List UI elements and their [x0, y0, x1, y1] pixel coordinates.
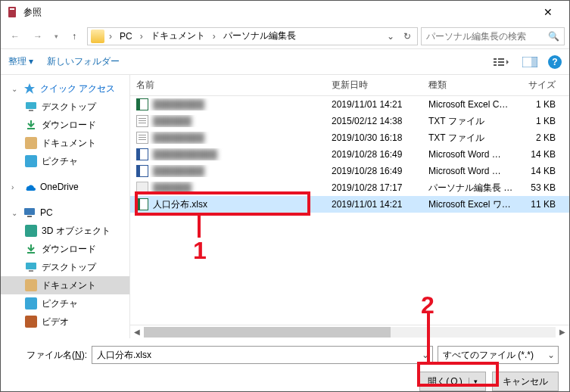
file-size: 14 KB [519, 149, 569, 160]
svg-rect-11 [26, 102, 36, 109]
file-row[interactable]: ████████2019/10/28 16:49Microsoft Word …… [130, 163, 569, 179]
bottom-panel: ファイル名(N): 人口分布.xlsx⌄ すべてのファイル (*.*)⌄ 開く(… [1, 338, 569, 392]
file-row[interactable]: ████████2019/10/30 16:18TXT ファイル2 KB [130, 129, 569, 146]
search-icon[interactable]: 🔍 [548, 31, 559, 42]
col-size[interactable]: サイズ [519, 79, 569, 92]
file-name: ████████ [153, 166, 204, 176]
search-input[interactable] [426, 31, 548, 42]
svg-rect-4 [494, 61, 497, 63]
col-type[interactable]: 種類 [422, 79, 519, 92]
up-button[interactable]: ↑ [64, 26, 84, 46]
crumb-current[interactable]: パーソナル編集長 [220, 28, 299, 44]
tree-desktop[interactable]: デスクトップ [1, 98, 129, 116]
history-dropdown[interactable]: ▾ [51, 26, 61, 46]
split-dropdown-icon[interactable]: ▾ [469, 378, 478, 385]
file-row[interactable]: ██████2015/02/12 14:38TXT ファイル1 KB [130, 113, 569, 129]
file-size: 2 KB [519, 132, 569, 143]
chevron-down-icon[interactable]: ⌄ [547, 350, 555, 360]
tree-download[interactable]: ダウンロード [1, 116, 129, 134]
new-folder-button[interactable]: 新しいフォルダー [47, 55, 120, 68]
svg-rect-12 [29, 110, 33, 111]
file-row[interactable]: 人口分布.xlsx2019/11/01 14:21Microsoft Excel… [130, 196, 569, 213]
svg-rect-1 [10, 8, 14, 10]
refresh-button[interactable]: ↻ [400, 31, 414, 42]
file-date: 2019/10/28 16:49 [325, 149, 422, 160]
file-icon [136, 98, 148, 110]
annotation-line-1 [198, 215, 201, 238]
file-date: 2019/11/01 14:21 [325, 99, 422, 110]
file-name: ████████ [153, 132, 204, 143]
file-type: Microsoft Word … [422, 149, 519, 160]
file-type: パーソナル編集長 文… [422, 182, 519, 194]
window-title: 参照 [23, 6, 533, 19]
file-name: ██████ [153, 182, 192, 193]
star-icon [23, 82, 36, 95]
cancel-button[interactable]: キャンセル [492, 372, 559, 391]
tree-desktop2[interactable]: デスクトップ [1, 258, 129, 276]
horizontal-scrollbar[interactable]: ◀ ▶ [130, 325, 569, 338]
document-icon [25, 137, 37, 149]
svg-rect-13 [24, 208, 35, 215]
close-button[interactable]: ✕ [533, 6, 563, 18]
file-type: TXT ファイル [422, 115, 519, 128]
crumb-pc[interactable]: PC [117, 30, 135, 43]
file-date: 2019/10/30 16:18 [325, 132, 422, 143]
chevron-right-icon[interactable]: › [139, 31, 145, 42]
scroll-left-icon[interactable]: ◀ [130, 328, 144, 336]
chevron-right-icon[interactable]: › [107, 31, 114, 42]
onedrive-icon [23, 181, 36, 193]
tree-pc[interactable]: ⌄PC [1, 204, 129, 222]
file-date: 2019/10/28 16:49 [325, 166, 422, 176]
file-name: ████████ [153, 99, 204, 110]
help-button[interactable]: ? [548, 55, 562, 69]
folder-icon [91, 30, 104, 43]
tree-document[interactable]: ドキュメント [1, 134, 129, 152]
file-icon [136, 115, 148, 127]
filename-input[interactable]: 人口分布.xlsx⌄ [92, 346, 433, 364]
preview-pane-button[interactable] [519, 54, 540, 70]
col-date[interactable]: 更新日時 [325, 79, 422, 92]
tree-video[interactable]: ビデオ [1, 313, 129, 331]
filetype-filter[interactable]: すべてのファイル (*.*)⌄ [438, 346, 559, 364]
view-options-button[interactable] [491, 54, 512, 70]
file-icon [136, 182, 148, 194]
file-size: 11 KB [519, 199, 569, 210]
chevron-right-icon[interactable]: › [211, 31, 217, 42]
forward-button: → [28, 26, 48, 46]
tree-document2[interactable]: ドキュメント [1, 276, 129, 294]
file-row[interactable]: ████████2019/11/01 14:21Microsoft Excel … [130, 96, 569, 113]
file-row[interactable]: ██████████2019/10/28 16:49Microsoft Word… [130, 146, 569, 163]
file-name: ██████ [153, 116, 192, 126]
file-row[interactable]: ██████2019/10/28 17:17パーソナル編集長 文…53 KB [130, 179, 569, 196]
tree-picture2[interactable]: ピクチャ [1, 294, 129, 313]
file-size: 53 KB [519, 182, 569, 193]
svg-rect-15 [26, 263, 36, 269]
svg-rect-3 [498, 58, 504, 60]
organize-menu[interactable]: 整理 ▾ [8, 55, 33, 68]
file-list: 名前 更新日時 種類 サイズ ████████2019/11/01 14:21M… [129, 75, 569, 338]
address-bar[interactable]: › PC › ドキュメント › パーソナル編集長 ⌄ ↻ [87, 27, 418, 45]
main-area: ⌄クイック アクセス デスクトップ ダウンロード ドキュメント ピクチャ ›On… [1, 75, 569, 338]
col-name[interactable]: 名前 [130, 79, 325, 92]
search-box[interactable]: 🔍 [421, 27, 565, 45]
file-name: ██████████ [153, 149, 217, 160]
scroll-right-icon[interactable]: ▶ [556, 328, 569, 336]
tree-onedrive[interactable]: ›OneDrive [1, 178, 129, 196]
svg-rect-6 [494, 64, 497, 66]
tree-3dobjects[interactable]: 3D オブジェクト [1, 222, 129, 240]
tree-quick-access[interactable]: ⌄クイック アクセス [1, 79, 129, 98]
desktop-icon [25, 101, 37, 113]
file-name: 人口分布.xlsx [153, 198, 207, 211]
crumb-documents[interactable]: ドキュメント [148, 28, 208, 44]
document-icon [25, 279, 37, 291]
file-body[interactable]: ████████2019/11/01 14:21Microsoft Excel … [130, 96, 569, 325]
open-button[interactable]: 開く(O)▾ [419, 372, 486, 391]
tree-download2[interactable]: ダウンロード [1, 240, 129, 258]
file-type: Microsoft Excel CS… [422, 99, 519, 110]
objects-icon [25, 225, 37, 237]
back-button[interactable]: ← [5, 26, 25, 46]
app-icon [7, 6, 19, 18]
tree-picture[interactable]: ピクチャ [1, 152, 129, 170]
address-dropdown[interactable]: ⌄ [384, 31, 397, 42]
nav-tree[interactable]: ⌄クイック アクセス デスクトップ ダウンロード ドキュメント ピクチャ ›On… [1, 75, 129, 338]
